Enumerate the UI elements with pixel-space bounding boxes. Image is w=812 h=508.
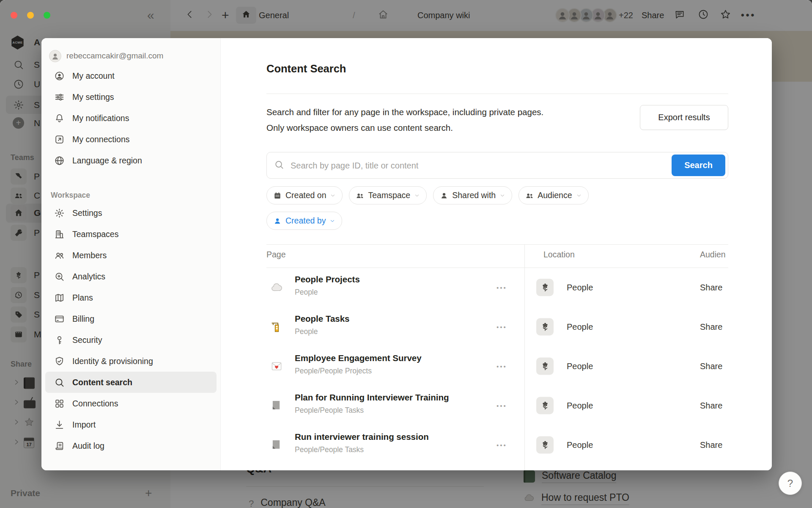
settings-nav: rebeccamcakir@gmail.com My account My se… — [41, 38, 221, 470]
nav-item-content-search[interactable]: Content search — [45, 372, 217, 393]
nav-item-label: Identity & provisioning — [72, 356, 153, 366]
row-menu-icon[interactable]: ••• — [497, 323, 507, 330]
table-row[interactable]: People Tasks People ••• People Share — [221, 307, 772, 346]
table-row[interactable]: Employee Engagement Survey People/People… — [221, 346, 772, 386]
nav-item-label: Settings — [72, 208, 102, 218]
building-icon — [54, 229, 65, 240]
row-title: Run interviewer training session — [295, 432, 429, 442]
nav-item-identity-provisioning[interactable]: Identity & provisioning — [41, 351, 220, 372]
teamspace-flower-icon — [536, 318, 554, 335]
filter-teamspace[interactable]: Teamspace — [349, 186, 427, 204]
filter-audience[interactable]: Audience — [518, 186, 588, 204]
nav-item-connections[interactable]: Connections — [41, 393, 220, 414]
nav-item-label: Import — [72, 420, 96, 430]
row-audience: Share — [700, 400, 722, 410]
people-icon — [356, 191, 364, 200]
nav-item-label: My notifications — [72, 113, 129, 123]
filter-chips: Created on Teamspace Shared with Audienc… — [266, 186, 589, 204]
nav-item-my-account[interactable]: My account — [41, 65, 220, 86]
row-audience: Share — [700, 440, 722, 450]
globe-icon — [54, 155, 65, 166]
nav-item-label: Audit log — [72, 441, 104, 451]
nav-item-security[interactable]: Security — [41, 329, 220, 351]
page-description: Search and filter for any page in the wo… — [266, 104, 543, 135]
settings-modal: rebeccamcakir@gmail.com My account My se… — [41, 38, 772, 470]
table-row[interactable]: People Projects People ••• People Share — [221, 268, 772, 307]
teamspace-flower-icon — [536, 357, 554, 375]
column-header-page: Page — [266, 250, 286, 260]
search-input[interactable] — [290, 152, 655, 179]
filter-shared-with[interactable]: Shared with — [433, 186, 512, 204]
person-icon — [273, 217, 282, 225]
active-filter-row: Created by — [266, 212, 342, 230]
download-arrow-icon — [54, 420, 65, 430]
page-icon — [270, 399, 283, 412]
row-location: People — [567, 400, 593, 410]
credit-card-icon — [54, 314, 65, 324]
zoom-window-button[interactable] — [44, 12, 50, 19]
person-icon — [440, 191, 448, 200]
row-title: People Tasks — [295, 314, 350, 324]
calendar-icon — [273, 191, 282, 200]
row-menu-icon[interactable]: ••• — [497, 362, 507, 370]
row-title: People Projects — [295, 274, 360, 284]
row-menu-icon[interactable]: ••• — [497, 284, 507, 291]
nav-item-language-region[interactable]: Language & region — [41, 150, 220, 171]
nav-item-import[interactable]: Import — [41, 414, 220, 435]
nav-item-label: My settings — [72, 92, 114, 102]
nav-item-settings[interactable]: Settings — [41, 202, 220, 224]
filter-label: Created on — [285, 190, 326, 200]
row-location: People — [567, 322, 593, 331]
row-location: People — [567, 361, 593, 371]
gear-icon — [54, 208, 65, 218]
nav-item-label: Billing — [72, 314, 94, 324]
filter-created-on[interactable]: Created on — [266, 186, 343, 204]
page-title: Content Search — [266, 63, 346, 75]
nav-item-my-settings[interactable]: My settings — [41, 86, 220, 108]
row-audience: Share — [700, 282, 722, 292]
row-audience: Share — [700, 361, 722, 371]
nav-item-label: Teamspaces — [72, 229, 118, 239]
table-top-border — [266, 244, 728, 245]
export-results-button[interactable]: Export results — [640, 105, 728, 130]
page-icon — [270, 439, 283, 451]
row-menu-icon[interactable]: ••• — [497, 441, 507, 448]
map-icon — [54, 293, 65, 303]
nav-item-my-connections[interactable]: My connections — [41, 129, 220, 150]
nav-item-members[interactable]: Members — [41, 245, 220, 266]
row-location: People — [567, 440, 593, 450]
magnifier-plus-icon — [54, 271, 65, 282]
account-email: rebeccamcakir@gmail.com — [66, 51, 163, 61]
filter-label: Created by — [285, 216, 326, 226]
close-window-button[interactable] — [11, 12, 17, 19]
table-row[interactable]: Plan for Running Interviewer Training Pe… — [221, 386, 772, 425]
nav-item-label: My connections — [72, 135, 129, 144]
key-icon — [54, 335, 65, 345]
nav-item-audit-log[interactable]: Audit log — [41, 435, 220, 456]
row-path: People/People Tasks — [295, 406, 364, 415]
nav-item-label: Analytics — [72, 272, 105, 282]
nav-item-analytics[interactable]: Analytics — [41, 266, 220, 287]
content-search-panel: Content Search Search and filter for any… — [221, 38, 772, 470]
table-row[interactable]: Run interviewer training session People/… — [221, 425, 772, 464]
search-button[interactable]: Search — [672, 155, 725, 176]
chevron-down-icon — [329, 218, 335, 224]
nav-item-teamspaces[interactable]: Teamspaces — [41, 224, 220, 245]
teamspace-flower-icon — [536, 397, 554, 414]
nav-item-label: My account — [72, 71, 115, 81]
column-header-audience: Audien — [700, 250, 726, 260]
row-path: People/People Projects — [295, 367, 372, 375]
nav-item-billing[interactable]: Billing — [41, 308, 220, 329]
nav-item-plans[interactable]: Plans — [41, 287, 220, 308]
chevron-down-icon — [499, 193, 505, 199]
filter-created-by[interactable]: Created by — [266, 212, 342, 230]
minimize-window-button[interactable] — [27, 12, 34, 19]
row-menu-icon[interactable]: ••• — [497, 402, 507, 409]
nav-item-label: Plans — [72, 293, 93, 303]
account-header: rebeccamcakir@gmail.com — [41, 47, 220, 65]
cloud-emoji-icon — [270, 281, 283, 294]
app-window: « + General / Company wiki +22 Share •••… — [0, 0, 812, 508]
nav-item-my-notifications[interactable]: My notifications — [41, 108, 220, 129]
chevron-down-icon — [414, 193, 420, 199]
help-button[interactable]: ? — [779, 472, 802, 495]
